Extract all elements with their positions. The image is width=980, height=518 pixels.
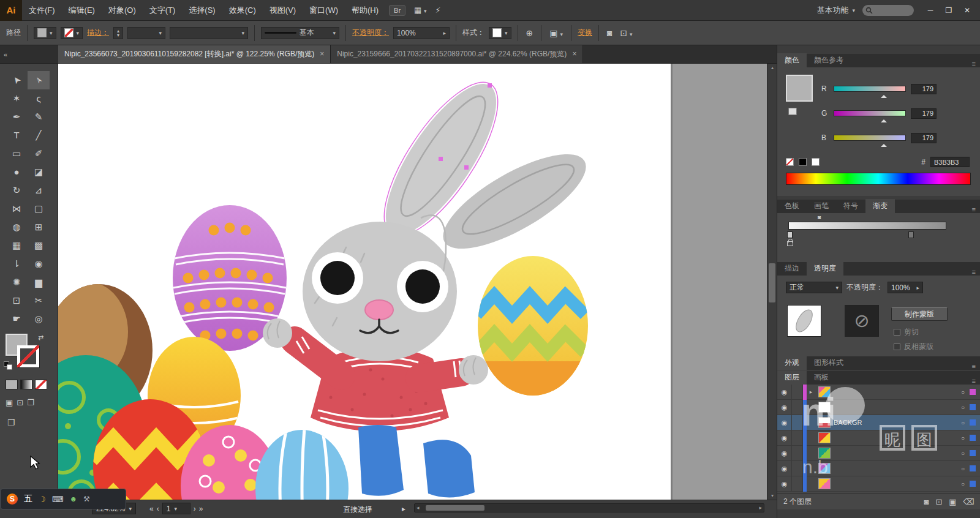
minimize-button[interactable]: ─ [921, 3, 940, 18]
tab-stroke[interactable]: 描边 [777, 261, 807, 276]
new-layer-icon[interactable]: ▣ [949, 497, 956, 506]
eyedropper-tool[interactable]: ⇂ [6, 255, 28, 273]
green-slider[interactable] [834, 110, 906, 116]
horizontal-scrollbar[interactable]: ◂ ▸ [414, 503, 764, 512]
artboard-tool[interactable]: ⊡ [6, 291, 28, 310]
brush-definition-dropdown[interactable]: 基本▾ [261, 27, 339, 39]
layer-row[interactable]: ◉ ○ [777, 476, 980, 492]
none-button[interactable] [35, 380, 47, 389]
target-icon[interactable]: ○ [956, 389, 970, 396]
gradient-slider[interactable] [788, 222, 946, 230]
menu-select[interactable]: 选择(S) [182, 0, 222, 21]
pencil-tool[interactable]: ✎ [28, 108, 50, 126]
tab-transparency[interactable]: 透明度 [807, 261, 843, 276]
close-button[interactable]: ✕ [958, 3, 976, 18]
target-icon[interactable]: ○ [956, 481, 970, 487]
hex-value-input[interactable] [930, 157, 970, 167]
blue-slider-knob[interactable] [881, 141, 887, 147]
ime-account-icon[interactable]: ☻ [69, 495, 77, 503]
black-swatch[interactable] [799, 158, 807, 166]
target-icon[interactable]: ○ [956, 404, 970, 411]
stroke-weight-value[interactable]: ▾ [127, 27, 165, 39]
blob-brush-tool[interactable]: ● [6, 163, 28, 181]
blue-slider[interactable] [834, 135, 906, 141]
red-slider[interactable] [834, 86, 906, 92]
tab-gradient[interactable]: 渐变 [865, 199, 895, 213]
eraser-tool[interactable]: ◪ [28, 163, 50, 181]
paintbrush-tool[interactable]: ✐ [28, 145, 50, 163]
make-clip-mask-icon[interactable]: ◙ [924, 497, 929, 506]
current-color-swatch[interactable] [786, 75, 813, 102]
blend-tool[interactable]: ◉ [28, 255, 50, 273]
mask-thumbnail[interactable]: ⊘ [845, 305, 879, 337]
target-icon[interactable]: ○ [956, 419, 970, 426]
transparency-opacity-dropdown[interactable]: 100%▸ [888, 282, 923, 293]
clip-checkbox[interactable] [894, 329, 900, 336]
swap-fill-stroke-icon[interactable]: ⇄ [38, 334, 43, 342]
stroke-color-dropdown[interactable]: ▾ [61, 27, 83, 39]
menu-type[interactable]: 文字(T) [143, 0, 183, 21]
stroke-panel-link[interactable]: 描边： [87, 28, 109, 38]
layer-row[interactable]: ◉ ▸ ○ [777, 385, 980, 400]
isolate-selection-icon[interactable]: ◙ [605, 28, 614, 38]
draw-normal-icon[interactable]: ▣ [6, 398, 13, 407]
object-thumbnail[interactable] [787, 305, 821, 337]
green-value-input[interactable] [911, 108, 937, 119]
green-slider-knob[interactable] [881, 116, 887, 122]
out-of-gamut-icon[interactable] [788, 108, 797, 115]
opacity-panel-link[interactable]: 不透明度： [352, 28, 389, 38]
vertical-scrollbar[interactable]: ▴ ▾ [767, 64, 777, 500]
gradient-tool[interactable]: ▩ [28, 236, 50, 255]
collapse-panels-icon[interactable]: « [0, 46, 58, 63]
visibility-toggle-icon[interactable]: ◉ [777, 385, 792, 400]
direct-selection-tool[interactable]: ➢ [28, 71, 50, 89]
bridge-button[interactable]: Br [389, 5, 405, 16]
gradient-stop-left[interactable] [787, 231, 793, 238]
shape-builder-tool[interactable]: ◍ [6, 218, 28, 236]
perspective-grid-tool[interactable]: ⊞ [28, 218, 50, 236]
tab-color[interactable]: 颜色 [777, 53, 807, 67]
tab-appearance[interactable]: 外观 [777, 356, 807, 370]
visibility-toggle-icon[interactable]: ◉ [777, 446, 792, 461]
menu-file[interactable]: 文件(F) [22, 0, 62, 21]
rotate-tool[interactable]: ↻ [6, 181, 28, 200]
layer-thumbnail[interactable] [818, 417, 831, 428]
canvas-artwork[interactable] [58, 64, 767, 500]
gradient-stop-right[interactable] [908, 231, 914, 238]
ime-logo[interactable]: S [7, 494, 18, 505]
layer-thumbnail[interactable] [818, 386, 831, 397]
menu-edit[interactable]: 编辑(E) [62, 0, 102, 21]
restore-button[interactable]: ❐ [940, 3, 958, 18]
workspace-switcher[interactable]: 基本功能▾ [816, 5, 855, 16]
tab-color-guide[interactable]: 颜色参考 [807, 53, 851, 67]
ime-keyboard-icon[interactable]: ⌨ [52, 495, 64, 504]
menu-window[interactable]: 窗口(W) [303, 0, 345, 21]
ime-mode-chinese[interactable]: 五 [24, 494, 32, 505]
new-sublayer-icon[interactable]: ⊡ [935, 497, 942, 506]
document-tab-1[interactable]: Nipic_23566073_20190306110159282082 [转换]… [58, 45, 331, 63]
visibility-toggle-icon[interactable]: ◉ [777, 430, 792, 446]
visibility-toggle-icon[interactable]: ◉ [777, 415, 792, 430]
free-transform-tool[interactable]: ▢ [28, 200, 50, 218]
rectangle-tool[interactable]: ▭ [6, 145, 28, 163]
status-menu-arrow[interactable]: ▸ [402, 505, 405, 513]
draw-behind-icon[interactable]: ⊡ [17, 398, 23, 407]
line-segment-tool[interactable]: ╱ [28, 126, 50, 145]
tab-layers[interactable]: 图层 [777, 370, 807, 385]
default-fill-stroke-icon[interactable] [4, 361, 12, 370]
target-icon[interactable]: ○ [956, 435, 970, 441]
cs-live-icon[interactable]: ⚡ [435, 6, 441, 15]
selection-tool[interactable]: ➤ [6, 71, 28, 89]
tab-symbols[interactable]: 符号 [836, 199, 865, 213]
visibility-toggle-icon[interactable]: ◉ [777, 476, 792, 492]
invert-mask-checkbox[interactable] [894, 343, 900, 350]
variable-width-profile-dropdown[interactable]: ▾ [170, 27, 248, 39]
lasso-tool[interactable]: ς [28, 89, 50, 108]
layer-thumbnail[interactable] [818, 463, 831, 474]
none-swatch[interactable] [786, 158, 794, 166]
layer-thumbnail[interactable] [818, 478, 831, 489]
tab-close-icon[interactable]: × [572, 45, 576, 63]
gradient-midpoint-icon[interactable]: ◙ [818, 214, 821, 220]
scale-tool[interactable]: ⊿ [28, 181, 50, 200]
target-icon[interactable]: ○ [956, 465, 970, 472]
